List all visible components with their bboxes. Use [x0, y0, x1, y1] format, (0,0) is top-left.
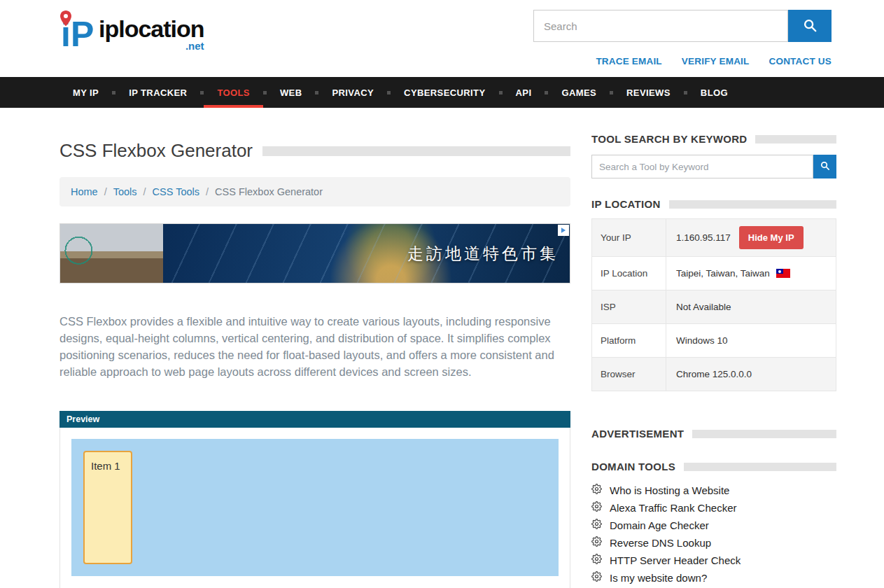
ad-banner[interactable]: 走訪地道特色市集: [59, 223, 570, 284]
row-label: Browser: [592, 358, 666, 391]
domain-tool-label: Reverse DNS Lookup: [610, 537, 711, 549]
tool-search-button[interactable]: [813, 155, 836, 178]
breadcrumb-css-tools[interactable]: CSS Tools: [153, 186, 199, 197]
platform-value: Windows 10: [666, 324, 836, 357]
ad-image-left: [60, 224, 163, 283]
hide-my-ip-button[interactable]: Hide My IP: [739, 226, 804, 249]
table-row: ISP Not Available: [592, 290, 836, 324]
ip-location-table: Your IP 1.160.95.117 Hide My IP IP Locat…: [591, 218, 836, 391]
ip-location-value: Taipei, Taiwan, Taiwan: [676, 268, 770, 279]
browser-value: Chrome 125.0.0.0: [666, 358, 836, 391]
nav-web[interactable]: WEB: [267, 77, 316, 108]
nav-tools[interactable]: TOOLS: [204, 77, 263, 108]
nav-api[interactable]: API: [503, 77, 545, 108]
nav-games[interactable]: GAMES: [548, 77, 610, 108]
preview-body: Item 1: [59, 428, 570, 588]
domain-tool-label: Who is Hosting a Website: [610, 484, 729, 496]
breadcrumb-separator: /: [143, 186, 146, 197]
table-row: Platform Windows 10: [592, 324, 836, 358]
row-label: IP Location: [592, 257, 666, 290]
domain-tool-alexa-rank[interactable]: Alexa Traffic Rank Checker: [591, 501, 836, 514]
heading-decorative-bar: [755, 135, 836, 144]
row-label: Platform: [592, 324, 666, 357]
breadcrumb-separator: /: [206, 186, 209, 197]
page-title: CSS Flexbox Generator: [59, 140, 253, 162]
domain-tools-list: Who is Hosting a Website Alexa Traffic R…: [591, 484, 836, 588]
table-row: Browser Chrome 125.0.0.0: [592, 358, 836, 391]
main-nav: MY IP IP TRACKER TOOLS WEB PRIVACY CYBER…: [0, 77, 884, 108]
breadcrumb-separator: /: [104, 186, 107, 197]
header-links: TRACE EMAIL VERIFY EMAIL CONTACT US: [596, 56, 832, 66]
ip-location-heading: IP LOCATION: [591, 198, 661, 210]
flex-preview-container: Item 1: [71, 439, 559, 576]
row-label: ISP: [592, 290, 666, 323]
your-ip-value: 1.160.95.117: [676, 232, 731, 243]
gear-icon: [591, 536, 602, 549]
domain-tools-heading: DOMAIN TOOLS: [591, 461, 675, 472]
gear-icon: [591, 519, 602, 531]
nav-my-ip[interactable]: MY IP: [59, 77, 112, 108]
preview-header: Preview: [59, 411, 570, 428]
nav-ip-tracker[interactable]: IP TRACKER: [115, 77, 200, 108]
advertisement-heading: ADVERTISEMENT: [591, 428, 684, 440]
domain-tool-label: HTTP Server Header Check: [610, 554, 741, 566]
isp-value: Not Available: [666, 290, 836, 323]
site-search-button[interactable]: [788, 10, 832, 42]
verify-email-link[interactable]: VERIFY EMAIL: [682, 56, 750, 66]
gear-icon: [591, 501, 602, 514]
table-row: IP Location Taipei, Taiwan, Taiwan: [592, 257, 836, 290]
heading-decorative-bar: [692, 430, 836, 438]
flex-preview-item: Item 1: [83, 451, 132, 564]
nav-blog[interactable]: BLOG: [687, 77, 741, 108]
logo-name: iplocation: [99, 15, 204, 43]
domain-tool-hosting[interactable]: Who is Hosting a Website: [591, 484, 836, 496]
table-row: Your IP 1.160.95.117 Hide My IP: [592, 219, 836, 257]
trace-email-link[interactable]: TRACE EMAIL: [596, 56, 661, 66]
heading-decorative-bar: [669, 200, 836, 209]
contact-us-link[interactable]: CONTACT US: [769, 56, 832, 66]
adchoices-icon[interactable]: [558, 225, 569, 236]
breadcrumb-home[interactable]: Home: [71, 186, 98, 197]
domain-tool-domain-age[interactable]: Domain Age Checker: [591, 519, 836, 531]
gear-icon: [591, 554, 602, 566]
breadcrumb-tools[interactable]: Tools: [113, 186, 137, 197]
heading-decorative-bar: [684, 463, 836, 471]
nav-privacy[interactable]: PRIVACY: [318, 77, 387, 108]
ad-image-main: 走訪地道特色市集: [163, 224, 570, 283]
preview-panel: Preview Item 1: [59, 411, 570, 588]
domain-tool-label: Alexa Traffic Rank Checker: [610, 502, 736, 514]
ad-text: 走訪地道特色市集: [407, 243, 559, 265]
nav-cybersecurity[interactable]: CYBERSECURITY: [391, 77, 498, 108]
logo-tld: .net: [185, 40, 204, 52]
site-search: [533, 10, 832, 42]
logo-pin-icon: iP: [59, 10, 103, 57]
search-icon: [802, 18, 818, 35]
tool-search-input[interactable]: [591, 155, 813, 178]
gear-icon: [591, 484, 602, 496]
gear-icon: [591, 571, 602, 584]
tool-search: [591, 155, 836, 178]
site-search-input[interactable]: [533, 10, 788, 42]
domain-tool-label: Is my website down?: [610, 572, 707, 584]
domain-tool-reverse-dns[interactable]: Reverse DNS Lookup: [591, 536, 836, 549]
breadcrumb: Home / Tools / CSS Tools / CSS Flexbox G…: [59, 177, 570, 206]
nav-reviews[interactable]: REVIEWS: [613, 77, 684, 108]
taiwan-flag-icon: [776, 269, 790, 278]
domain-tool-website-down[interactable]: Is my website down?: [591, 571, 836, 584]
domain-tool-label: Domain Age Checker: [610, 519, 709, 531]
tool-description: CSS Flexbox provides a flexible and intu…: [59, 313, 570, 380]
search-icon: [820, 160, 830, 173]
row-label: Your IP: [592, 219, 666, 256]
breadcrumb-current: CSS Flexbox Generator: [215, 186, 323, 197]
site-logo[interactable]: iP iplocation .net: [59, 10, 204, 57]
tool-search-heading: TOOL SEARCH BY KEYWORD: [591, 133, 747, 145]
logo-text: iplocation .net: [99, 15, 204, 52]
domain-tool-http-header[interactable]: HTTP Server Header Check: [591, 554, 836, 566]
site-header: iP iplocation .net TRACE EMAIL VERIFY EM…: [0, 0, 884, 77]
title-decorative-bar: [262, 146, 570, 156]
